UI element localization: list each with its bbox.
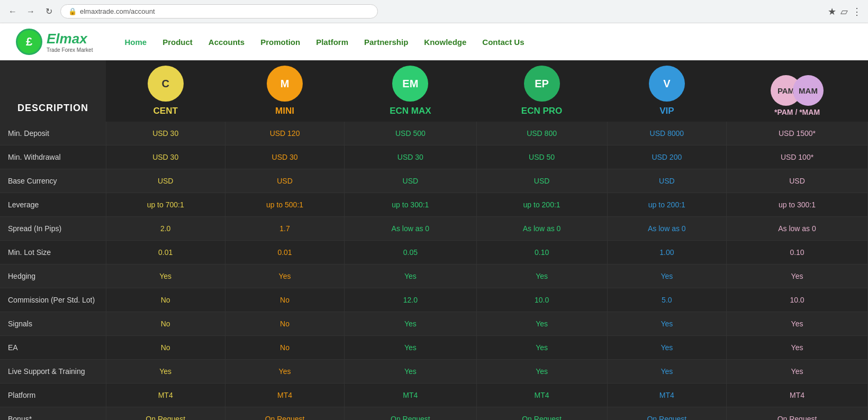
row-desc-3: Leverage: [0, 193, 106, 217]
nav-product[interactable]: Product: [162, 38, 193, 47]
cell-cent-2: USD: [106, 169, 225, 193]
cell-ecnpro-3: up to 200:1: [476, 193, 607, 217]
pammam-name: *PAM / *MAM: [735, 108, 860, 116]
table-header-row: DESCRIPTION C CENT M MINI: [0, 60, 868, 122]
cell-ecnpro-7: 10.0: [476, 288, 607, 312]
row-desc-5: Min. Lot Size: [0, 241, 106, 264]
cell-vip-0: USD 8000: [607, 122, 726, 145]
cell-cent-9: No: [106, 336, 225, 360]
bookmark-button[interactable]: ★: [828, 6, 836, 17]
cell-ecnmax-4: As low as 0: [345, 217, 476, 241]
cell-vip-10: Yes: [607, 360, 726, 384]
cell-mini-1: USD 30: [225, 145, 344, 169]
cell-vip-7: 5.0: [607, 288, 726, 312]
cell-pammam-12: On Request: [727, 407, 868, 421]
vip-name: VIP: [615, 106, 718, 116]
cell-vip-6: Yes: [607, 264, 726, 288]
table-row: SignalsNoNoYesYesYesYes: [0, 312, 868, 336]
cell-cent-12: On Request: [106, 407, 225, 421]
cell-vip-9: Yes: [607, 336, 726, 360]
col-header-vip: V VIP: [607, 60, 726, 122]
cell-cent-10: Yes: [106, 360, 225, 384]
cell-pammam-2: USD: [727, 169, 868, 193]
row-desc-10: Live Support & Training: [0, 360, 106, 384]
cell-vip-8: Yes: [607, 312, 726, 336]
logo-subtitle: Trade Forex Market: [47, 47, 93, 53]
cell-vip-11: MT4: [607, 384, 726, 407]
site-navigation: £ Elmax Trade Forex Market Home Product …: [0, 23, 868, 60]
cell-ecnpro-0: USD 800: [476, 122, 607, 145]
nav-promotion[interactable]: Promotion: [260, 38, 300, 47]
table-row: PlatformMT4MT4MT4MT4MT4MT4: [0, 384, 868, 407]
cell-ecnpro-2: USD: [476, 169, 607, 193]
col-header-ecnpro: EP ECN PRO: [476, 60, 607, 122]
cell-cent-6: Yes: [106, 264, 225, 288]
extension-button[interactable]: ▱: [840, 6, 848, 17]
table-row: Bonus*On RequestOn RequestOn RequestOn R…: [0, 407, 868, 421]
nav-platform[interactable]: Platform: [316, 38, 348, 47]
table-row: HedgingYesYesYesYesYesYes: [0, 264, 868, 288]
row-desc-1: Min. Withdrawal: [0, 145, 106, 169]
cell-ecnpro-8: Yes: [476, 312, 607, 336]
forward-button[interactable]: →: [24, 5, 37, 18]
cell-ecnpro-1: USD 50: [476, 145, 607, 169]
refresh-button[interactable]: ↻: [42, 5, 55, 18]
main-content: WikiEX WikiEX WikiEX DESCRIPTION C CENT: [0, 60, 868, 420]
row-desc-0: Min. Deposit: [0, 122, 106, 145]
cell-mini-12: On Request: [225, 407, 344, 421]
col-header-pammam: PAM MAM *PAM / *MAM: [727, 60, 868, 122]
cell-cent-1: USD 30: [106, 145, 225, 169]
back-button[interactable]: ←: [6, 5, 19, 18]
table-row: Min. DepositUSD 30USD 120USD 500USD 800U…: [0, 122, 868, 145]
table-row: Live Support & TrainingYesYesYesYesYesYe…: [0, 360, 868, 384]
vip-badge-text: V: [663, 78, 670, 90]
row-desc-7: Commission (Per Std. Lot): [0, 288, 106, 312]
cell-cent-8: No: [106, 312, 225, 336]
cell-mini-10: Yes: [225, 360, 344, 384]
nav-home[interactable]: Home: [124, 38, 147, 47]
logo[interactable]: £ Elmax Trade Forex Market: [16, 29, 93, 55]
nav-knowledge[interactable]: Knowledge: [424, 38, 466, 47]
ecnpro-badge: EP: [524, 66, 560, 102]
row-desc-4: Spread (In Pips): [0, 217, 106, 241]
cell-pammam-3: up to 300:1: [727, 193, 868, 217]
cell-mini-7: No: [225, 288, 344, 312]
cell-pammam-9: Yes: [727, 336, 868, 360]
nav-partnership[interactable]: Partnership: [364, 38, 408, 47]
mini-badge: M: [267, 66, 303, 102]
cent-name: CENT: [114, 106, 217, 116]
cell-ecnpro-11: MT4: [476, 384, 607, 407]
cell-pammam-1: USD 100*: [727, 145, 868, 169]
cell-mini-3: up to 500:1: [225, 193, 344, 217]
nav-accounts[interactable]: Accounts: [209, 38, 245, 47]
mini-badge-text: M: [281, 78, 290, 90]
ecnpro-name: ECN PRO: [484, 106, 599, 116]
url-text: elmaxtrade.com/account: [80, 7, 155, 15]
cell-vip-12: On Request: [607, 407, 726, 421]
cell-ecnmax-7: 12.0: [345, 288, 476, 312]
cell-vip-2: USD: [607, 169, 726, 193]
row-desc-11: Platform: [0, 384, 106, 407]
table-row: Min. Lot Size0.010.010.050.101.000.10: [0, 241, 868, 264]
cell-cent-4: 2.0: [106, 217, 225, 241]
cell-pammam-11: MT4: [727, 384, 868, 407]
pammam-badges-row: PAM MAM: [735, 75, 860, 106]
cell-cent-11: MT4: [106, 384, 225, 407]
cell-ecnmax-11: MT4: [345, 384, 476, 407]
cell-ecnmax-9: Yes: [345, 336, 476, 360]
lock-icon: 🔒: [68, 7, 77, 15]
cell-pammam-4: As low as 0: [727, 217, 868, 241]
cell-ecnmax-10: Yes: [345, 360, 476, 384]
table-row: Base CurrencyUSDUSDUSDUSDUSDUSD: [0, 169, 868, 193]
cell-mini-6: Yes: [225, 264, 344, 288]
cell-ecnmax-12: On Request: [345, 407, 476, 421]
nav-contact[interactable]: Contact Us: [482, 38, 524, 47]
ecnmax-name: ECN MAX: [352, 106, 468, 116]
cell-ecnpro-12: On Request: [476, 407, 607, 421]
menu-button[interactable]: ⋮: [852, 6, 862, 17]
col-header-mini: M MINI: [225, 60, 344, 122]
logo-name: Elmax: [47, 31, 93, 47]
url-bar[interactable]: 🔒 elmaxtrade.com/account: [60, 4, 378, 19]
cell-mini-11: MT4: [225, 384, 344, 407]
ecnmax-badge-text: EM: [402, 78, 418, 90]
